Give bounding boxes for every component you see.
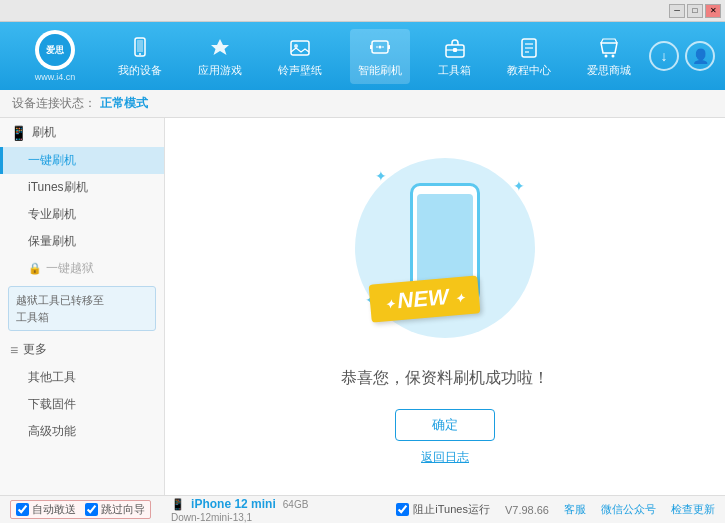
nav-item-app-games[interactable]: 应用游戏 [190, 29, 250, 84]
device-name: iPhone 12 mini [191, 497, 276, 511]
nav-item-toolbox[interactable]: 工具箱 [430, 29, 479, 84]
version-text: V7.98.66 [505, 504, 549, 516]
more-section-label: 更多 [23, 341, 47, 358]
status-label: 设备连接状态： [12, 95, 96, 112]
other-tools-label: 其他工具 [28, 370, 76, 384]
bottom-bar: 自动敢送 跳过向导 📱 iPhone 12 mini 64GB Down-12m… [0, 495, 725, 523]
check-update-link[interactable]: 检查更新 [671, 502, 715, 517]
download-firmware-label: 下载固件 [28, 397, 76, 411]
itunes-flash-label: iTunes刷机 [28, 180, 88, 194]
nav-label-store: 爱思商城 [587, 63, 631, 78]
main-layout: 📱 刷机 一键刷机 iTunes刷机 专业刷机 保量刷机 🔒 一键越狱 越狱工具… [0, 118, 725, 495]
new-badge-text: NEW [396, 283, 449, 312]
nav-label-smart-flash: 智能刷机 [358, 63, 402, 78]
device-capacity: 64GB [283, 499, 309, 510]
svg-rect-1 [137, 40, 143, 52]
status-bar: 设备连接状态： 正常模式 [0, 90, 725, 118]
app-games-icon [207, 35, 233, 61]
auto-launch-checkbox[interactable] [16, 503, 29, 516]
itunes-status: 阻止iTunes运行 [396, 502, 490, 517]
nav-label-toolbox: 工具箱 [438, 63, 471, 78]
device-firmware: Down-12mini-13,1 [171, 512, 252, 523]
device-icon [127, 35, 153, 61]
advanced-label: 高级功能 [28, 424, 76, 438]
svg-rect-7 [370, 45, 372, 49]
svg-rect-11 [453, 48, 457, 52]
auto-launch-label: 自动敢送 [32, 502, 76, 517]
bottom-right: 阻止iTunes运行 V7.98.66 客服 微信公众号 检查更新 [396, 502, 715, 517]
nav-label-tutorial: 教程中心 [507, 63, 551, 78]
maximize-btn[interactable]: □ [687, 4, 703, 18]
skip-wizard-label: 跳过向导 [101, 502, 145, 517]
sparkle-top-right: ✦ [513, 178, 525, 194]
itunes-label: 阻止iTunes运行 [413, 502, 490, 517]
bottom-left: 自动敢送 跳过向导 📱 iPhone 12 mini 64GB Down-12m… [10, 497, 396, 523]
smart-flash-icon [367, 35, 393, 61]
sidebar-item-pro-flash[interactable]: 专业刷机 [0, 201, 164, 228]
tutorial-icon [516, 35, 542, 61]
sidebar-item-other-tools[interactable]: 其他工具 [0, 364, 164, 391]
svg-rect-8 [388, 45, 390, 49]
svg-point-6 [379, 45, 382, 48]
sidebar-section-flash: 📱 刷机 [0, 118, 164, 147]
pro-flash-label: 专业刷机 [28, 207, 76, 221]
confirm-button[interactable]: 确定 [395, 409, 495, 441]
top-nav: 爱思 www.i4.cn 我的设备 应用游戏 铃声壁纸 智能刷机 [0, 22, 725, 90]
one-click-flash-label: 一键刷机 [28, 153, 76, 167]
skip-wizard-checkbox[interactable] [85, 503, 98, 516]
customer-service-link[interactable]: 客服 [564, 502, 586, 517]
sidebar-item-download-firmware[interactable]: 下载固件 [0, 391, 164, 418]
device-info: 📱 iPhone 12 mini 64GB Down-12mini-13,1 [171, 497, 308, 523]
sidebar-item-save-flash[interactable]: 保量刷机 [0, 228, 164, 255]
svg-point-2 [139, 53, 141, 55]
sidebar: 📱 刷机 一键刷机 iTunes刷机 专业刷机 保量刷机 🔒 一键越狱 越狱工具… [0, 118, 165, 495]
nav-item-store[interactable]: 爱思商城 [579, 29, 639, 84]
wallpaper-icon [287, 35, 313, 61]
nav-label-my-device: 我的设备 [118, 63, 162, 78]
flash-section-icon: 📱 [10, 125, 27, 141]
back-link[interactable]: 返回日志 [421, 449, 469, 466]
svg-point-16 [605, 54, 608, 57]
checkbox-group: 自动敢送 跳过向导 [10, 500, 151, 519]
sidebar-item-advanced[interactable]: 高级功能 [0, 418, 164, 445]
svg-rect-3 [291, 41, 309, 55]
sidebar-section-jailbreak: 🔒 一键越狱 [0, 255, 164, 282]
sidebar-item-one-click-flash[interactable]: 一键刷机 [0, 147, 164, 174]
sidebar-notice-jailbreak: 越狱工具已转移至工具箱 [8, 286, 156, 331]
toolbox-icon [442, 35, 468, 61]
logo-inner: 爱思 [39, 34, 71, 66]
logo-circle: 爱思 [35, 30, 75, 70]
store-icon [596, 35, 622, 61]
download-btn[interactable]: ↓ [649, 41, 679, 71]
wechat-link[interactable]: 微信公众号 [601, 502, 656, 517]
save-flash-label: 保量刷机 [28, 234, 76, 248]
nav-item-smart-flash[interactable]: 智能刷机 [350, 29, 410, 84]
more-section-icon: ≡ [10, 342, 18, 358]
logo-subtext: www.i4.cn [35, 72, 76, 82]
lock-icon: 🔒 [28, 262, 42, 275]
logo-area: 爱思 www.i4.cn [10, 30, 100, 82]
sidebar-section-more: ≡ 更多 [0, 335, 164, 364]
minimize-btn[interactable]: ─ [669, 4, 685, 18]
nav-item-wallpaper[interactable]: 铃声壁纸 [270, 29, 330, 84]
device-icon-small: 📱 [171, 498, 185, 510]
sparkle-top-left: ✦ [375, 168, 387, 184]
nav-item-tutorial[interactable]: 教程中心 [499, 29, 559, 84]
itunes-checkbox[interactable] [396, 503, 409, 516]
nav-label-wallpaper: 铃声壁纸 [278, 63, 322, 78]
sidebar-item-itunes-flash[interactable]: iTunes刷机 [0, 174, 164, 201]
status-value: 正常模式 [100, 95, 148, 112]
nav-right: ↓ 👤 [649, 41, 715, 71]
close-btn[interactable]: ✕ [705, 4, 721, 18]
phone-screen [417, 194, 473, 284]
confirm-btn-label: 确定 [432, 416, 458, 434]
jailbreak-label: 一键越狱 [46, 260, 94, 277]
jailbreak-notice-text: 越狱工具已转移至工具箱 [16, 294, 104, 323]
nav-item-my-device[interactable]: 我的设备 [110, 29, 170, 84]
svg-point-17 [612, 54, 615, 57]
nav-items: 我的设备 应用游戏 铃声壁纸 智能刷机 工具箱 [100, 29, 649, 84]
user-btn[interactable]: 👤 [685, 41, 715, 71]
title-bar: ─ □ ✕ [0, 0, 725, 22]
success-illustration: ✦ ✦ ✦ NEW [335, 148, 555, 348]
content-area: ✦ ✦ ✦ NEW 恭喜您，保资料刷机成功啦！ 确定 返回日志 [165, 118, 725, 495]
